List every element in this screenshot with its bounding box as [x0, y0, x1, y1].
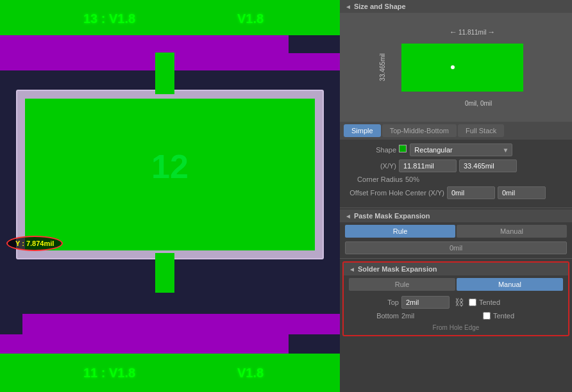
- tented-top-checkbox[interactable]: [469, 298, 476, 306]
- tented-bottom-row: Tented: [483, 312, 514, 320]
- xy-row: (X/Y): [345, 159, 567, 172]
- solder-top-row: Top ⛓ Tented: [348, 296, 564, 309]
- offset-label: Offset From Hole Center (X/Y): [345, 189, 444, 197]
- solder-manual-btn[interactable]: Manual: [457, 278, 563, 291]
- preview-height-label: 33.465mil: [379, 53, 386, 81]
- paste-rule-manual-row: Rule Manual: [340, 222, 572, 240]
- paste-offset-input[interactable]: [345, 241, 567, 254]
- shape-dropdown-wrapper[interactable]: Rectangular Round Oval ▼: [399, 143, 512, 156]
- solder-rule-manual-row: Rule Manual: [344, 275, 568, 293]
- pcb-label-12: 12: [151, 147, 189, 186]
- shape-color-swatch: [399, 145, 407, 152]
- view-tabs: Simple Top-Middle-Bottom Full Stack: [340, 122, 572, 140]
- tab-full-stack[interactable]: Full Stack: [458, 124, 504, 137]
- preview-width-label: ← 11.811mil →: [450, 28, 495, 37]
- tab-simple[interactable]: Simple: [344, 124, 381, 137]
- tented-top-row: Tented: [469, 298, 500, 306]
- from-hole-label: From Hole Edge: [348, 323, 564, 332]
- divider-1: [340, 208, 572, 208]
- chain-icon[interactable]: ⛓: [455, 297, 464, 307]
- properties-panel: ◄ Size and Shape ← 11.811mil → 33.465mil…: [340, 0, 572, 392]
- offset-x-input[interactable]: [447, 186, 495, 199]
- paste-mask-title: Paste Mask Expansion: [354, 212, 430, 220]
- bottom-notch-right: [289, 334, 340, 354]
- size-shape-header[interactable]: ◄ Size and Shape: [340, 0, 572, 13]
- solder-mask-arrow: ◄: [349, 266, 355, 273]
- shape-preview-area: ← 11.811mil → 33.465mil 0mil, 0mil: [340, 13, 572, 122]
- shape-row: Shape Rectangular Round Oval ▼: [345, 143, 567, 156]
- paste-offset-row: [340, 240, 572, 257]
- solder-mask-header[interactable]: ◄ Solder Mask Expansion: [344, 263, 568, 275]
- solder-inner: Top ⛓ Tented Bottom 2mil Tented From Ho: [344, 293, 568, 335]
- corner-radius-value: 50%: [405, 176, 419, 183]
- top-green-connector: [155, 53, 174, 94]
- shape-form: Shape Rectangular Round Oval ▼ (X/Y) Cor…: [340, 140, 572, 206]
- offset-row: Offset From Hole Center (X/Y): [345, 186, 567, 199]
- pcb-label-v18-bottom: V1.8: [237, 366, 264, 380]
- tented-top-label: Tented: [479, 298, 500, 306]
- xy-label: (X/Y): [345, 162, 396, 170]
- shape-label: Shape: [345, 146, 396, 154]
- offset-y-input[interactable]: [498, 186, 546, 199]
- y-coordinate-tooltip: Y : 7.874mil: [6, 236, 63, 251]
- y-input[interactable]: [459, 159, 517, 172]
- top-notch-right: [289, 35, 340, 53]
- preview-coord-label: 0mil, 0mil: [465, 100, 492, 107]
- solder-bottom-label: Bottom: [348, 312, 399, 320]
- solder-mask-section: ◄ Solder Mask Expansion Rule Manual Top …: [342, 261, 569, 336]
- paste-manual-btn[interactable]: Manual: [457, 225, 567, 238]
- bottom-green-connector: [155, 253, 174, 293]
- solder-top-input[interactable]: [401, 296, 450, 309]
- paste-rule-btn[interactable]: Rule: [345, 225, 455, 238]
- tented-bottom-label: Tented: [493, 312, 514, 320]
- pcb-label-v18-top: V1.8: [237, 12, 264, 26]
- pcb-label-11: 11 : V1.8: [83, 366, 135, 380]
- solder-rule-btn[interactable]: Rule: [349, 278, 455, 291]
- paste-mask-arrow: ◄: [345, 213, 351, 220]
- divider-2: [340, 258, 572, 259]
- solder-bottom-row: Bottom 2mil Tented: [348, 312, 564, 320]
- preview-center-dot: [451, 65, 455, 69]
- tented-bottom-checkbox[interactable]: [483, 312, 491, 320]
- preview-green-rect: [401, 44, 523, 92]
- paste-mask-header[interactable]: ◄ Paste Mask Expansion: [340, 209, 572, 222]
- pcb-label-13: 13 : V1.8: [83, 12, 135, 26]
- size-shape-arrow: ◄: [345, 3, 351, 10]
- pcb-canvas[interactable]: 13 : V1.8 V1.8 12 11 : V1.8 V1.8 Y : 7.8…: [0, 0, 340, 392]
- solder-top-label: Top: [348, 298, 399, 306]
- x-input[interactable]: [399, 159, 457, 172]
- shape-preview-inner: ← 11.811mil → 33.465mil 0mil, 0mil: [366, 22, 546, 112]
- bottom-notch-left: [0, 314, 22, 334]
- corner-radius-label: Corner Radius: [345, 176, 403, 183]
- shape-select[interactable]: Rectangular Round Oval: [410, 143, 512, 156]
- tab-top-middle-bottom[interactable]: Top-Middle-Bottom: [382, 124, 457, 137]
- solder-mask-title: Solder Mask Expansion: [358, 265, 437, 273]
- corner-radius-row: Corner Radius 50%: [345, 176, 567, 183]
- size-shape-title: Size and Shape: [354, 3, 406, 10]
- solder-bottom-value: 2mil: [401, 312, 450, 320]
